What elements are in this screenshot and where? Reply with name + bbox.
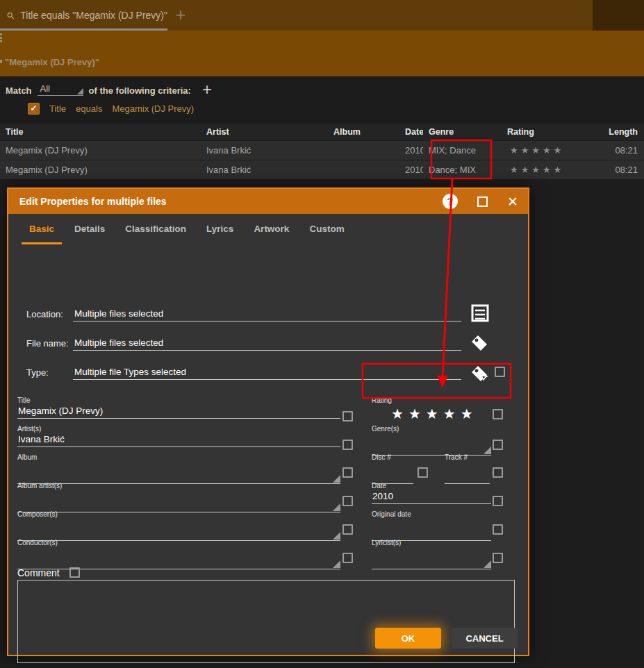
- type-apply-checkbox[interactable]: [495, 367, 505, 377]
- col-header-artist[interactable]: Artist: [201, 127, 328, 137]
- cell-date: 2010: [399, 165, 423, 175]
- col-header-title[interactable]: Title: [0, 127, 201, 137]
- cell-artist: Ivana Brkić: [201, 145, 328, 156]
- genres-field[interactable]: Genre(s): [372, 425, 491, 456]
- artists-field[interactable]: Artist(s) Ivana Brkić: [17, 425, 340, 447]
- album-artists-apply-checkbox[interactable]: [342, 496, 353, 506]
- type-label: Type:: [26, 367, 73, 380]
- ok-button[interactable]: OK: [375, 628, 441, 649]
- date-apply-checkbox[interactable]: [493, 496, 503, 506]
- rating-field: Rating ★★★★★: [372, 396, 491, 422]
- comment-apply-checkbox[interactable]: [69, 567, 80, 578]
- new-search-tab-button[interactable]: +: [170, 4, 191, 25]
- dropdown-triangle-icon: [77, 88, 83, 94]
- track-list: Title Artist Album Date Genre Rating Len…: [0, 124, 644, 179]
- rating-field-label: Rating: [372, 396, 491, 404]
- title-apply-checkbox[interactable]: [342, 411, 353, 421]
- close-icon[interactable]: ✕: [507, 195, 518, 208]
- lyricists-apply-checkbox[interactable]: [493, 553, 503, 563]
- disc-field-label: Disc #: [372, 453, 413, 461]
- rating-apply-checkbox[interactable]: [493, 409, 503, 419]
- composers-apply-checkbox[interactable]: [342, 524, 353, 535]
- maximize-icon[interactable]: [477, 197, 488, 207]
- search-header-band: "Megamix (DJ Prevy)": [0, 31, 644, 76]
- cell-genre: Dance; MIX: [423, 165, 502, 175]
- search-tab[interactable]: Title equals "Megamix (DJ Prevy)": [0, 0, 167, 31]
- dialog-titlebar[interactable]: Edit Properties for multiple files ? ✕: [8, 189, 528, 214]
- genres-field-label: Genre(s): [372, 425, 491, 433]
- table-row[interactable]: Megamix (DJ Prevy) Ivana Brkić 2010 Danc…: [0, 160, 644, 179]
- title-field[interactable]: Title Megamix (DJ Prevy): [17, 396, 340, 419]
- original-date-apply-checkbox[interactable]: [493, 524, 503, 535]
- conductors-apply-checkbox[interactable]: [342, 553, 353, 563]
- tab-lyrics[interactable]: Lyrics: [206, 214, 233, 244]
- artists-apply-checkbox[interactable]: [342, 440, 353, 450]
- criterion-field[interactable]: Title: [49, 103, 66, 114]
- tab-classification[interactable]: Classification: [125, 214, 186, 244]
- tag-icon[interactable]: [470, 333, 489, 353]
- track-field-label: Track #: [445, 453, 490, 461]
- col-header-length[interactable]: Length: [592, 127, 644, 137]
- conductors-field[interactable]: Conductor(s): [17, 539, 340, 569]
- col-header-rating[interactable]: Rating: [502, 127, 592, 137]
- help-icon[interactable]: ?: [443, 194, 458, 209]
- filter-chip-icon: [0, 60, 2, 63]
- disc-field[interactable]: Disc #: [372, 453, 413, 484]
- criterion-checkbox[interactable]: ✓: [28, 103, 40, 115]
- lyricists-field[interactable]: Lyricist(s): [372, 539, 491, 569]
- comment-label: Comment: [17, 567, 60, 578]
- col-header-genre[interactable]: Genre: [423, 127, 502, 137]
- album-artists-field[interactable]: Album artist(s): [17, 482, 340, 512]
- tab-artwork[interactable]: Artwork: [254, 214, 289, 244]
- cell-length: 08:21: [592, 145, 644, 156]
- original-date-field[interactable]: Original date: [372, 510, 491, 541]
- composers-field[interactable]: Composer(s): [17, 510, 340, 541]
- artists-field-label: Artist(s): [17, 425, 340, 433]
- composers-field-label: Composer(s): [17, 510, 340, 518]
- cell-title: Megamix (DJ Prevy): [0, 165, 201, 175]
- disc-apply-checkbox[interactable]: [418, 467, 428, 478]
- date-field[interactable]: Date 2010: [372, 482, 491, 504]
- criterion-operator[interactable]: equals: [76, 103, 102, 114]
- type-select[interactable]: Multiple file Types selected: [73, 367, 461, 380]
- track-field[interactable]: Track #: [445, 453, 490, 484]
- criterion-value[interactable]: Megamix (DJ Prevy): [112, 103, 194, 114]
- table-row[interactable]: Megamix (DJ Prevy) Ivana Brkić 2010 MIX;…: [0, 141, 644, 160]
- filename-input[interactable]: Multiple files selected: [73, 337, 461, 351]
- cancel-button[interactable]: CANCEL: [452, 628, 518, 649]
- artists-input: Ivana Brkić: [17, 434, 340, 447]
- topbar-corner: [593, 0, 644, 31]
- date-field-label: Date: [372, 482, 491, 490]
- genres-apply-checkbox[interactable]: [493, 440, 503, 450]
- match-select[interactable]: All: [38, 83, 83, 96]
- album-field[interactable]: Album: [17, 453, 340, 484]
- filename-row: File name: Multiple files selected: [26, 337, 461, 351]
- location-input[interactable]: Multiple files selected: [73, 308, 461, 322]
- album-apply-checkbox[interactable]: [342, 467, 353, 478]
- lyricists-field-label: Lyricist(s): [372, 539, 491, 546]
- grip-icon: [0, 33, 2, 44]
- col-header-album[interactable]: Album: [328, 127, 399, 137]
- tab-custom[interactable]: Custom: [309, 214, 344, 244]
- add-criterion-button[interactable]: +: [202, 83, 212, 96]
- col-header-date[interactable]: Date: [399, 127, 423, 137]
- dialog-tabs: Basic Details Classification Lyrics Artw…: [8, 214, 528, 244]
- tab-basic[interactable]: Basic: [29, 214, 54, 244]
- date-input: 2010: [372, 491, 491, 504]
- file-organizer-icon[interactable]: [471, 304, 489, 322]
- cell-date: 2010: [399, 145, 423, 156]
- tab-details[interactable]: Details: [74, 214, 105, 244]
- original-date-field-label: Original date: [372, 510, 491, 518]
- title-input: Megamix (DJ Prevy): [17, 406, 340, 419]
- rating-stars[interactable]: ★★★★★: [372, 406, 491, 422]
- location-label: Location:: [26, 309, 73, 322]
- track-apply-checkbox[interactable]: [493, 467, 503, 478]
- cell-genre: MIX; Dance: [423, 145, 502, 156]
- criteria-panel: Match All of the following criteria: + ✓…: [0, 76, 644, 124]
- album-artists-field-label: Album artist(s): [17, 482, 340, 490]
- auto-tag-icon[interactable]: [470, 364, 490, 385]
- location-row: Location: Multiple files selected: [26, 308, 461, 322]
- cell-title: Megamix (DJ Prevy): [0, 145, 201, 156]
- filter-chip-text: "Megamix (DJ Prevy)": [5, 57, 99, 67]
- match-select-value: All: [40, 83, 50, 94]
